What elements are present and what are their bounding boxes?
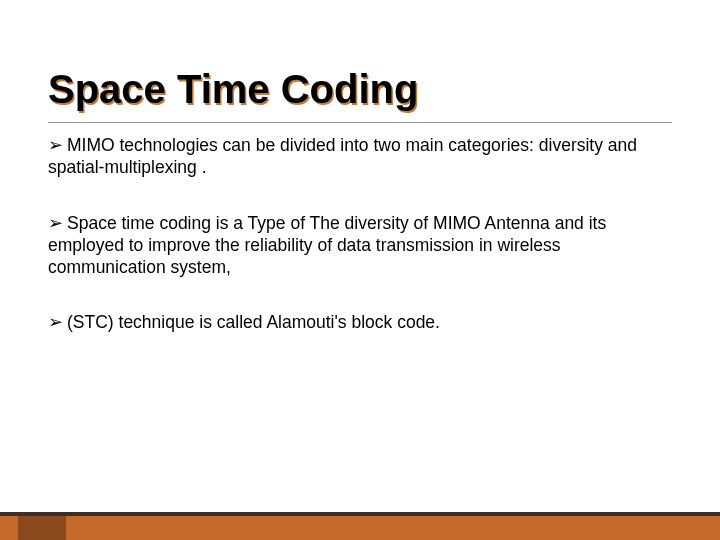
bullet-text: Space time coding is a Type of The diver… [48, 213, 606, 277]
bullet-icon: ➢ [48, 312, 63, 332]
slide: Space Time Coding Space Time Coding ➢MIM… [0, 0, 720, 540]
list-item: ➢MIMO technologies can be divided into t… [48, 135, 672, 179]
list-item: ➢(STC) technique is called Alamouti's bl… [48, 312, 672, 334]
slide-body: ➢MIMO technologies can be divided into t… [48, 135, 672, 368]
slide-title: Space Time Coding Space Time Coding [48, 68, 418, 110]
bullet-icon: ➢ [48, 213, 63, 233]
bullet-text: (STC) technique is called Alamouti's blo… [67, 312, 440, 332]
title-underline [48, 122, 672, 123]
slide-title-text: Space Time Coding [48, 68, 418, 110]
bullet-text: MIMO technologies can be divided into tw… [48, 135, 637, 177]
footer-bar [0, 516, 720, 540]
footer-accent-block [18, 516, 66, 540]
bullet-icon: ➢ [48, 135, 63, 155]
list-item: ➢Space time coding is a Type of The dive… [48, 213, 672, 279]
